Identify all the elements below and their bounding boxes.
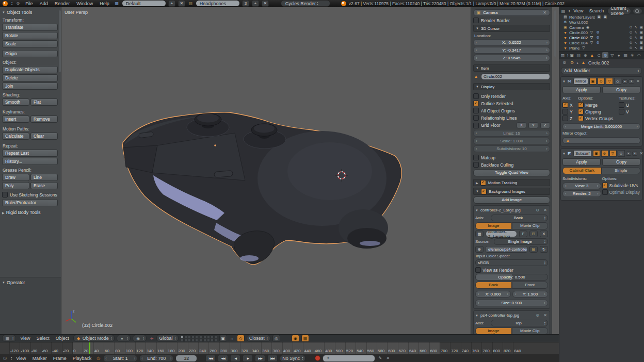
menu-add[interactable]: Add xyxy=(38,1,50,6)
merge-checkbox[interactable] xyxy=(578,102,584,108)
current-frame-field[interactable]: 32 xyxy=(175,355,197,362)
edit-mode-toggle[interactable]: ▽ xyxy=(606,78,613,85)
background-images-checkbox[interactable] xyxy=(481,189,487,194)
jump-to-start-button[interactable]: |◀◀ xyxy=(205,355,216,362)
grid-scale-field[interactable]: Scale: 1.000 xyxy=(473,138,550,144)
selectable-icon[interactable]: ↖ xyxy=(635,41,638,45)
sketching-sessions-checkbox[interactable] xyxy=(2,192,8,198)
next-keyframe-button[interactable]: ▶▶ xyxy=(255,355,265,362)
menu-file[interactable]: File xyxy=(23,1,35,6)
outliner-item-world[interactable]: ⊕ World.002 xyxy=(559,20,644,25)
blender-logo-icon[interactable] xyxy=(3,1,8,6)
grid-x-button[interactable]: X xyxy=(517,122,526,128)
timeline-menu-frame[interactable]: Frame xyxy=(51,356,69,361)
sync-mode-select[interactable]: No Sync ▴▾ xyxy=(280,355,305,362)
particles-tab-icon[interactable]: ✳ xyxy=(629,52,635,58)
jump-to-end-button[interactable]: ▶▶| xyxy=(267,355,278,362)
end-frame-field[interactable]: End: 700 xyxy=(139,355,173,362)
manipulator-axis-icon[interactable]: ✛ xyxy=(149,336,154,341)
gp-draw-button[interactable]: Draw xyxy=(2,174,29,181)
add-modifier-select[interactable]: Add Modifier ▴▾ xyxy=(561,67,642,74)
insert-keyframe-button[interactable]: Insert xyxy=(2,116,29,123)
merge-limit-field[interactable]: Merge Limit: 0.001000 xyxy=(562,123,640,130)
pivot-point-select[interactable]: ◉ ▴▾ xyxy=(133,335,147,342)
mirror-z-checkbox[interactable] xyxy=(562,116,568,121)
timeline-editor-icon[interactable]: ◷ xyxy=(2,355,8,361)
copy-modifier-button[interactable]: Copy xyxy=(602,158,640,166)
menu-render[interactable]: Render xyxy=(53,1,72,6)
movie-clip-tab[interactable]: Movie Clip xyxy=(512,222,549,229)
back-side-button[interactable]: Back xyxy=(475,282,512,289)
calculate-paths-button[interactable]: Calculate xyxy=(2,133,29,140)
delete-keyframe-icon[interactable]: ✕ xyxy=(385,355,391,361)
editor-type-chevrons-icon[interactable]: ▴▾ xyxy=(569,9,570,13)
lock-to-scene-icon[interactable]: ▣ xyxy=(219,335,227,342)
axis-select[interactable]: Back ▴▾ xyxy=(491,215,548,221)
opacity-slider[interactable]: Opacity: 0.500 xyxy=(475,274,548,281)
pin-icon[interactable]: ⊚ xyxy=(561,60,567,65)
render-toggle-icon[interactable]: ▣ xyxy=(639,41,643,45)
transform-orientation-select[interactable]: Global ▴▾ xyxy=(156,335,178,342)
operator-panel-header[interactable]: ▼ Operator xyxy=(2,280,58,285)
scene-delete-button[interactable]: ✕ xyxy=(262,0,269,7)
render-visibility-toggle[interactable]: ▣ xyxy=(589,78,597,85)
material-tab-icon[interactable]: ● xyxy=(616,52,622,58)
render-toggle-icon[interactable]: ▣ xyxy=(639,30,643,35)
grid-y-button[interactable]: Y xyxy=(528,122,538,128)
size-field[interactable]: Size: 0.900 xyxy=(475,300,548,306)
translate-button[interactable]: Translate xyxy=(2,24,58,31)
smooth-button[interactable]: Smooth xyxy=(2,98,29,106)
n-panel-scrollbar[interactable] xyxy=(554,10,556,57)
rigid-body-tools-panel-header[interactable]: ▶ Rigid Body Tools xyxy=(2,210,58,215)
texture-u-checkbox[interactable] xyxy=(619,102,624,108)
render-opengl-icon[interactable]: ◉ xyxy=(292,335,299,342)
active-object-name-field[interactable]: Circle.002 xyxy=(481,73,550,80)
image-filepath-field[interactable]: eference/ps4-controller/controller-2_Lar… xyxy=(486,246,527,253)
scale-button[interactable]: Scale xyxy=(2,40,58,47)
physics-tab-icon[interactable]: ◠ xyxy=(636,52,642,58)
keying-set-field[interactable]: ✦ xyxy=(323,355,375,362)
modifier-name-field[interactable]: Mirror xyxy=(573,78,588,85)
timeline-menu-view[interactable]: View xyxy=(14,356,28,361)
eye-icon[interactable]: ⊙ xyxy=(630,36,633,40)
tool-shelf-scrollbar[interactable] xyxy=(59,10,61,72)
editor-type-chevrons-icon[interactable]: ▴▾ xyxy=(567,54,568,57)
open-folder-icon[interactable]: ⊟ xyxy=(529,231,538,237)
view-menu[interactable]: View xyxy=(18,336,32,341)
color-space-select[interactable]: sRGB ▴▾ xyxy=(475,259,548,266)
remove-keyframe-button[interactable]: Remove xyxy=(30,116,58,123)
data-tab-icon[interactable]: ▽ xyxy=(609,52,615,58)
eye-icon[interactable]: ⊙ xyxy=(630,25,633,29)
offset-y-field[interactable]: Y: 1.900 xyxy=(512,291,548,298)
play-reverse-button[interactable]: ◀ xyxy=(230,355,240,362)
outliner-item-circle000[interactable]: ▼ Circle.000 ▽ ⚙ ⊙ ↖ ▣ xyxy=(559,30,644,35)
subdivide-uvs-checkbox[interactable] xyxy=(602,183,608,188)
mirror-object-field[interactable]: ▲ xyxy=(562,137,640,144)
timeline-menu-playback[interactable]: Playback xyxy=(71,356,94,361)
outliner-search-input[interactable] xyxy=(633,8,642,14)
viewport-visibility-toggle[interactable]: ⊙ xyxy=(601,150,608,157)
camera-object-field[interactable]: ▣ Camera ✕ xyxy=(473,9,550,16)
offset-x-field[interactable]: X: 0.000 xyxy=(475,291,511,298)
render-toggle-icon[interactable]: ▣ xyxy=(639,36,643,40)
object-tab-icon[interactable]: ▲ xyxy=(589,52,595,58)
eye-icon[interactable]: ⊙ xyxy=(535,312,540,318)
snap-magnet-icon[interactable]: ∩ xyxy=(229,336,235,341)
gp-poly-button[interactable]: Poly xyxy=(2,182,29,189)
close-icon[interactable]: ✕ xyxy=(542,312,548,318)
scene-tab-icon[interactable]: ▤ xyxy=(575,52,582,58)
eye-icon[interactable]: ⊙ xyxy=(630,30,633,35)
move-up-button[interactable]: ▲ xyxy=(622,79,627,84)
matcap-checkbox[interactable] xyxy=(473,155,479,160)
render-toggle-icon[interactable]: ▣ xyxy=(639,25,643,29)
snap-element-icon[interactable]: ◇ xyxy=(237,335,245,342)
grid-lines-field[interactable]: Lines: 16 xyxy=(473,130,550,137)
world-tab-icon[interactable]: ⊕ xyxy=(582,52,588,58)
cursor-y-field[interactable]: Y: -0.3417 xyxy=(473,47,550,54)
render-tab-icon[interactable]: ▣ xyxy=(569,52,575,58)
texture-tab-icon[interactable]: ▦ xyxy=(622,52,629,58)
layout-delete-button[interactable]: ✕ xyxy=(178,0,185,7)
modifiers-tab-icon[interactable]: ⚙ xyxy=(602,52,608,58)
layout-add-button[interactable]: + xyxy=(168,0,175,7)
insert-keyframe-icon[interactable]: ✎ xyxy=(377,355,383,361)
